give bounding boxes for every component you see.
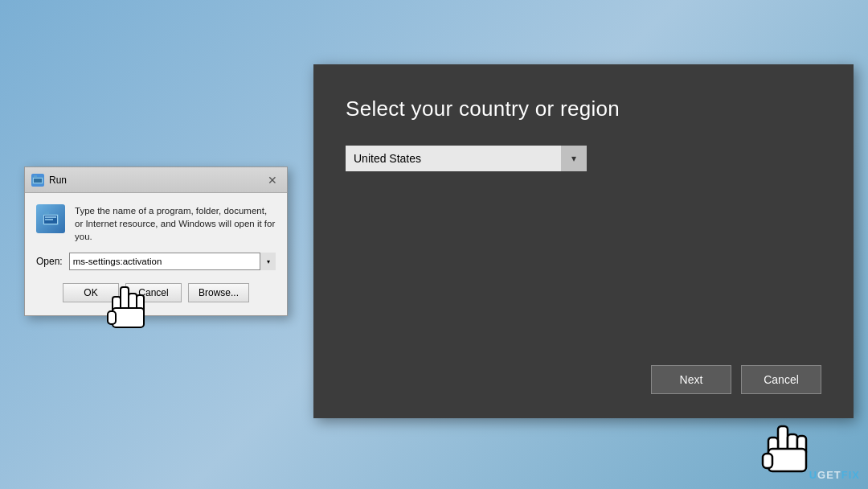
watermark-get: GET [817,469,841,481]
watermark-fix: FIX [841,469,860,481]
setup-spacer [346,171,821,365]
run-top-section: Type the name of a program, folder, docu… [36,204,276,243]
run-description: Type the name of a program, folder, docu… [75,204,276,243]
run-title-left: Run [31,174,67,187]
svg-rect-21 [763,454,772,468]
svg-rect-8 [45,216,56,218]
setup-inner: Select your country or region United Sta… [313,64,854,418]
setup-panel: Select your country or region United Sta… [313,64,854,418]
run-open-label: Open: [36,256,63,267]
svg-rect-9 [45,219,53,220]
setup-cancel-button[interactable]: Cancel [741,365,821,394]
svg-rect-3 [34,179,42,183]
run-open-row: Open: ▾ [36,253,276,270]
cursor-hand-next [760,425,817,489]
run-body: Type the name of a program, folder, docu… [25,193,287,315]
run-dropdown-arrow-icon[interactable]: ▾ [260,253,276,270]
run-ok-button[interactable]: OK [63,283,119,302]
svg-rect-20 [768,449,806,471]
run-close-button[interactable]: ✕ [264,172,280,188]
svg-rect-18 [797,436,806,455]
setup-next-button[interactable]: Next [651,365,731,394]
svg-rect-17 [788,434,797,455]
run-dialog: Run ✕ Type the name of a program, folder… [24,166,288,316]
setup-title: Select your country or region [346,97,821,121]
watermark-u: U [809,469,817,481]
country-dropdown-wrapper: United States ▾ [346,146,587,171]
setup-bottom-buttons: Next Cancel [346,365,821,394]
run-titlebar: Run ✕ [25,167,287,193]
country-select[interactable]: United States [346,146,587,171]
run-title: Run [49,175,67,186]
run-app-icon-small [31,174,44,187]
run-buttons: OK Cancel Browse... [36,280,276,307]
svg-rect-5 [44,212,49,215]
watermark: UGETFIX [809,469,860,481]
svg-rect-1 [34,175,37,178]
run-cancel-button[interactable]: Cancel [125,283,182,302]
svg-rect-16 [778,426,788,450]
run-large-icon [36,204,65,233]
run-browse-button[interactable]: Browse... [188,283,249,302]
run-input-wrapper: ▾ [69,253,276,270]
run-input[interactable] [69,253,276,270]
svg-rect-19 [768,438,778,455]
